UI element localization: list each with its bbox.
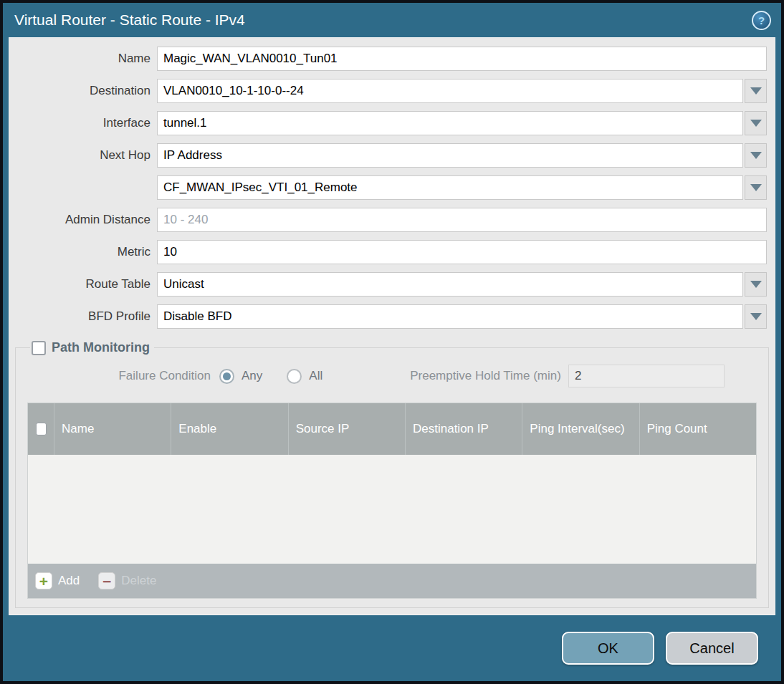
help-icon[interactable]: ?	[752, 11, 771, 30]
interface-input[interactable]	[157, 111, 743, 135]
table-body-empty	[28, 455, 756, 564]
bfd-profile-label: BFD Profile	[9, 309, 150, 324]
interface-row: Interface	[9, 111, 775, 135]
dialog-footer: OK Cancel	[3, 615, 781, 681]
bfd-profile-dropdown-button[interactable]	[745, 304, 767, 329]
preemptive-hold-time-input[interactable]	[568, 365, 725, 387]
next-hop-address-dropdown-button[interactable]	[745, 175, 767, 200]
next-hop-row: Next Hop	[9, 143, 775, 168]
destination-row: Destination	[9, 79, 775, 103]
path-monitoring-section: Path Monitoring Failure Condition Any Al…	[15, 340, 769, 608]
destination-label: Destination	[9, 84, 150, 98]
route-table-label: Route Table	[9, 277, 150, 292]
preemptive-hold-time-label: Preemptive Hold Time (min)	[410, 369, 561, 383]
minus-icon: −	[98, 572, 115, 589]
add-button-label: Add	[58, 574, 80, 588]
plus-icon: +	[35, 572, 52, 589]
column-header-destination-ip[interactable]: Destination IP	[406, 403, 522, 455]
destination-input[interactable]	[157, 79, 743, 103]
next-hop-label: Next Hop	[9, 148, 150, 163]
select-all-cell	[28, 403, 54, 455]
destination-dropdown-button[interactable]	[745, 79, 767, 103]
failure-condition-all-radio[interactable]	[287, 369, 302, 384]
table-toolbar: + Add − Delete	[28, 564, 756, 598]
route-table-input[interactable]	[157, 272, 743, 297]
chevron-down-icon	[750, 281, 762, 288]
path-monitoring-legend: Path Monitoring	[30, 340, 154, 355]
next-hop-address-input[interactable]	[157, 175, 743, 200]
next-hop-address-row	[9, 175, 775, 200]
interface-label: Interface	[9, 116, 150, 130]
add-button[interactable]: + Add	[35, 572, 80, 589]
name-label: Name	[9, 52, 150, 66]
failure-condition-all-label: All	[309, 369, 322, 383]
chevron-down-icon	[750, 184, 762, 191]
column-header-enable[interactable]: Enable	[171, 403, 288, 455]
failure-condition-label: Failure Condition	[26, 369, 211, 383]
admin-distance-row: Admin Distance	[9, 208, 775, 232]
next-hop-type-input[interactable]	[157, 143, 743, 168]
column-header-ping-interval[interactable]: Ping Interval(sec)	[522, 403, 639, 455]
column-header-name[interactable]: Name	[54, 403, 171, 455]
admin-distance-label: Admin Distance	[9, 213, 150, 227]
metric-input[interactable]	[157, 240, 767, 264]
failure-condition-any-radio[interactable]	[219, 369, 234, 384]
admin-distance-input[interactable]	[157, 208, 767, 232]
chevron-down-icon	[750, 152, 762, 159]
table-header-row: Name Enable Source IP Destination IP Pin…	[28, 403, 756, 455]
next-hop-type-dropdown-button[interactable]	[745, 143, 767, 168]
chevron-down-icon	[750, 87, 762, 95]
path-monitoring-title: Path Monitoring	[52, 340, 150, 355]
column-header-source-ip[interactable]: Source IP	[289, 403, 406, 455]
bfd-profile-row: BFD Profile	[9, 304, 775, 329]
failure-condition-any-label: Any	[242, 369, 262, 383]
delete-button[interactable]: − Delete	[98, 572, 156, 589]
dialog-content: Name Destination Interface	[9, 37, 775, 615]
chevron-down-icon	[750, 120, 762, 127]
name-input[interactable]	[157, 47, 767, 71]
metric-row: Metric	[9, 240, 775, 264]
metric-label: Metric	[9, 245, 150, 259]
route-table-row: Route Table	[9, 272, 775, 297]
delete-button-label: Delete	[121, 574, 156, 588]
dialog-titlebar: Virtual Router - Static Route - IPv4 ?	[3, 3, 781, 37]
name-row: Name	[9, 47, 775, 71]
chevron-down-icon	[750, 313, 762, 320]
path-monitoring-table: Name Enable Source IP Destination IP Pin…	[27, 403, 757, 599]
cancel-button[interactable]: Cancel	[666, 632, 758, 665]
static-route-dialog: Virtual Router - Static Route - IPv4 ? N…	[0, 0, 784, 684]
column-header-ping-count[interactable]: Ping Count	[640, 403, 756, 455]
select-all-checkbox[interactable]	[36, 423, 47, 435]
path-monitoring-checkbox[interactable]	[32, 341, 46, 355]
interface-dropdown-button[interactable]	[745, 111, 767, 135]
route-table-dropdown-button[interactable]	[745, 272, 767, 297]
failure-condition-row: Failure Condition Any All Preemptive Hol…	[26, 364, 758, 388]
bfd-profile-input[interactable]	[157, 304, 743, 329]
ok-button[interactable]: OK	[562, 632, 654, 665]
dialog-title: Virtual Router - Static Route - IPv4	[14, 11, 245, 29]
